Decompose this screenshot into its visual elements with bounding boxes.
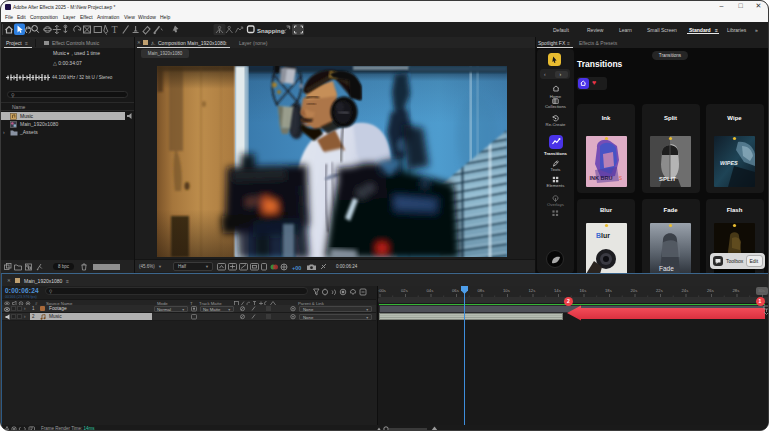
svg-text:12s: 12s	[529, 288, 536, 293]
svg-text:04s: 04s	[427, 288, 434, 293]
svg-text:24s: 24s	[682, 288, 689, 293]
svg-text:T: T	[112, 24, 118, 35]
svg-text:06s: 06s	[452, 288, 459, 293]
svg-text::00s: :00s	[378, 288, 386, 293]
svg-text:WIPES: WIPES	[720, 160, 738, 166]
svg-text:Snapping: Snapping	[257, 28, 285, 34]
svg-text:lur: lur	[601, 232, 610, 239]
svg-text:+00: +00	[292, 265, 301, 271]
svg-text:INK BRU: INK BRU	[589, 175, 612, 181]
svg-text:28s: 28s	[733, 288, 740, 293]
svg-text:14s: 14s	[554, 288, 561, 293]
svg-text:02s: 02s	[401, 288, 408, 293]
svg-text:22s: 22s	[656, 288, 663, 293]
svg-text:20s: 20s	[631, 288, 638, 293]
svg-text:Fade: Fade	[659, 265, 674, 272]
svg-text:26s: 26s	[707, 288, 714, 293]
svg-text:S: S	[619, 176, 622, 181]
svg-text:16s: 16s	[580, 288, 587, 293]
svg-text:10s: 10s	[503, 288, 510, 293]
svg-text:08s: 08s	[478, 288, 485, 293]
svg-text:18s: 18s	[605, 288, 612, 293]
svg-text:SPLIT: SPLIT	[659, 176, 676, 182]
